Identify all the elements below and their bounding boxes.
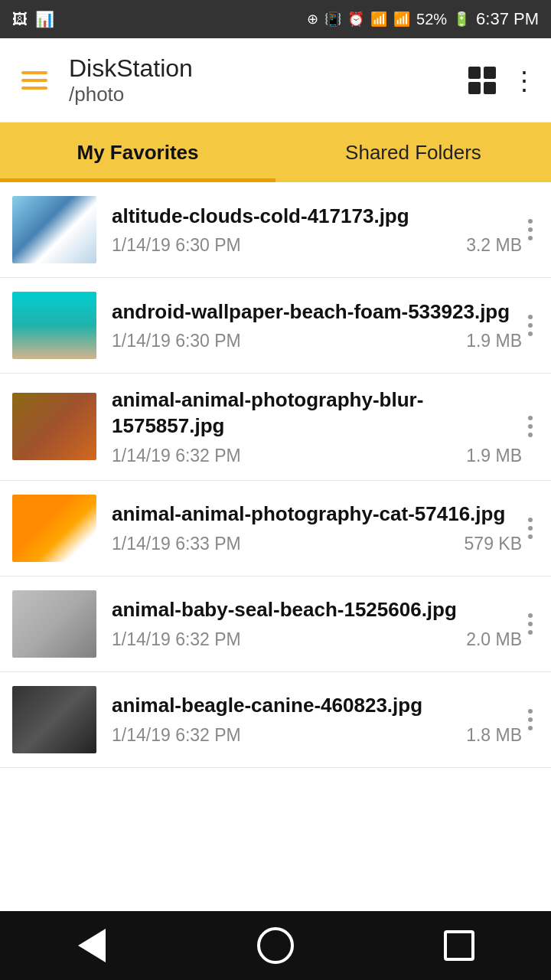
grid-view-button[interactable]	[468, 67, 496, 94]
file-list: altitude-clouds-cold-417173.jpg1/14/19 6…	[0, 182, 551, 768]
hamburger-menu[interactable]	[15, 65, 54, 96]
file-thumbnail	[12, 590, 96, 658]
file-size: 1.9 MB	[466, 331, 522, 351]
more-dot	[528, 622, 533, 626]
file-size: 579 KB	[465, 534, 522, 554]
file-list-item[interactable]: animal-animal-photography-blur-1575857.j…	[0, 374, 551, 481]
battery-icon: 🔋	[453, 11, 470, 28]
status-bar-right: ⊕ 📳 ⏰ 📶 📶 52% 🔋 6:37 PM	[307, 9, 539, 29]
file-info: android-wallpaper-beach-foam-533923.jpg1…	[112, 299, 522, 352]
more-dot	[528, 323, 533, 328]
file-meta: 1/14/19 6:30 PM3.2 MB	[112, 235, 522, 256]
file-more-button[interactable]	[522, 410, 539, 443]
file-list-item[interactable]: animal-animal-photography-cat-57416.jpg1…	[0, 481, 551, 577]
add-icon: ⊕	[307, 11, 318, 28]
tab-my-favorites[interactable]: My Favorites	[0, 122, 276, 182]
home-icon	[257, 927, 294, 964]
back-button[interactable]	[61, 915, 122, 976]
status-bar-left: 🖼 📊	[12, 10, 54, 28]
file-thumbnail	[12, 292, 96, 359]
file-date: 1/14/19 6:32 PM	[112, 725, 241, 746]
grid-cell	[468, 67, 481, 79]
app-bar-title: DiskStation /photo	[69, 54, 468, 106]
more-dot	[528, 630, 533, 635]
hamburger-line-1	[21, 71, 47, 74]
file-name: altitude-clouds-cold-417173.jpg	[112, 204, 522, 230]
bottom-nav	[0, 911, 551, 980]
photo-icon: 🖼	[12, 11, 28, 28]
file-list-item[interactable]: android-wallpaper-beach-foam-533923.jpg1…	[0, 278, 551, 374]
file-list-item[interactable]: animal-beagle-canine-460823.jpg1/14/19 6…	[0, 672, 551, 768]
file-more-button[interactable]	[522, 309, 539, 342]
file-thumbnail	[12, 686, 96, 753]
tab-bar: My Favorites Shared Folders	[0, 122, 551, 182]
recents-button[interactable]	[429, 915, 490, 976]
file-more-button[interactable]	[522, 703, 539, 737]
file-list-item[interactable]: animal-baby-seal-beach-1525606.jpg1/14/1…	[0, 577, 551, 672]
file-meta: 1/14/19 6:30 PM1.9 MB	[112, 331, 522, 351]
file-name: animal-animal-photography-cat-57416.jpg	[112, 501, 522, 528]
more-dot	[528, 332, 533, 336]
app-title: DiskStation	[69, 54, 468, 83]
status-time: 6:37 PM	[476, 9, 539, 29]
tab-my-favorites-label: My Favorites	[77, 141, 199, 165]
file-name: android-wallpaper-beach-foam-533923.jpg	[112, 299, 522, 325]
file-meta: 1/14/19 6:33 PM579 KB	[112, 534, 522, 554]
back-icon	[78, 929, 106, 962]
more-dot	[528, 416, 533, 420]
more-dot	[528, 433, 533, 437]
more-dot	[528, 219, 533, 224]
app-bar-actions: ⋮	[468, 67, 536, 94]
battery-text: 52%	[416, 11, 447, 28]
signal-icon: 📶	[393, 11, 410, 28]
tab-shared-folders-label: Shared Folders	[345, 141, 481, 165]
more-dot	[528, 315, 533, 319]
more-dot	[528, 518, 533, 522]
file-date: 1/14/19 6:30 PM	[112, 331, 241, 351]
grid-cell	[484, 82, 496, 94]
file-name: animal-beagle-canine-460823.jpg	[112, 693, 522, 719]
file-info: animal-animal-photography-blur-1575857.j…	[112, 387, 522, 466]
file-date: 1/14/19 6:33 PM	[112, 534, 241, 554]
file-list-item[interactable]: altitude-clouds-cold-417173.jpg1/14/19 6…	[0, 182, 551, 278]
more-dot	[528, 717, 533, 722]
file-thumbnail	[12, 393, 96, 460]
file-meta: 1/14/19 6:32 PM1.9 MB	[112, 446, 522, 466]
home-button[interactable]	[245, 915, 306, 976]
file-date: 1/14/19 6:32 PM	[112, 629, 241, 650]
app-bar: DiskStation /photo ⋮	[0, 38, 551, 122]
file-size: 2.0 MB	[466, 629, 522, 650]
file-info: animal-baby-seal-beach-1525606.jpg1/14/1…	[112, 597, 522, 650]
more-dot	[528, 236, 533, 240]
more-dot	[528, 526, 533, 531]
file-name: animal-baby-seal-beach-1525606.jpg	[112, 597, 522, 623]
tab-shared-folders[interactable]: Shared Folders	[276, 122, 551, 182]
more-dot	[528, 709, 533, 714]
recents-icon	[444, 930, 474, 961]
grid-cell	[468, 82, 481, 94]
file-date: 1/14/19 6:30 PM	[112, 235, 241, 256]
file-thumbnail	[12, 495, 96, 562]
vibrate-icon: 📳	[324, 11, 341, 28]
file-more-button[interactable]	[522, 213, 539, 247]
status-bar: 🖼 📊 ⊕ 📳 ⏰ 📶 📶 52% 🔋 6:37 PM	[0, 0, 551, 38]
more-options-button[interactable]: ⋮	[511, 67, 536, 93]
file-thumbnail	[12, 196, 96, 263]
more-dot	[528, 613, 533, 618]
more-dot	[528, 726, 533, 730]
grid-cell	[484, 67, 496, 79]
file-name: animal-animal-photography-blur-1575857.j…	[112, 387, 522, 439]
file-size: 1.9 MB	[466, 446, 522, 466]
more-dot	[528, 227, 533, 232]
wifi-icon: 📶	[370, 11, 387, 28]
hamburger-line-2	[21, 79, 47, 82]
file-more-button[interactable]	[522, 607, 539, 641]
activity-icon: 📊	[35, 10, 54, 28]
file-info: animal-beagle-canine-460823.jpg1/14/19 6…	[112, 693, 522, 746]
file-meta: 1/14/19 6:32 PM2.0 MB	[112, 629, 522, 650]
file-date: 1/14/19 6:32 PM	[112, 446, 241, 466]
more-dot	[528, 534, 533, 539]
file-more-button[interactable]	[522, 511, 539, 545]
app-subtitle: /photo	[69, 83, 468, 106]
file-info: altitude-clouds-cold-417173.jpg1/14/19 6…	[112, 204, 522, 256]
